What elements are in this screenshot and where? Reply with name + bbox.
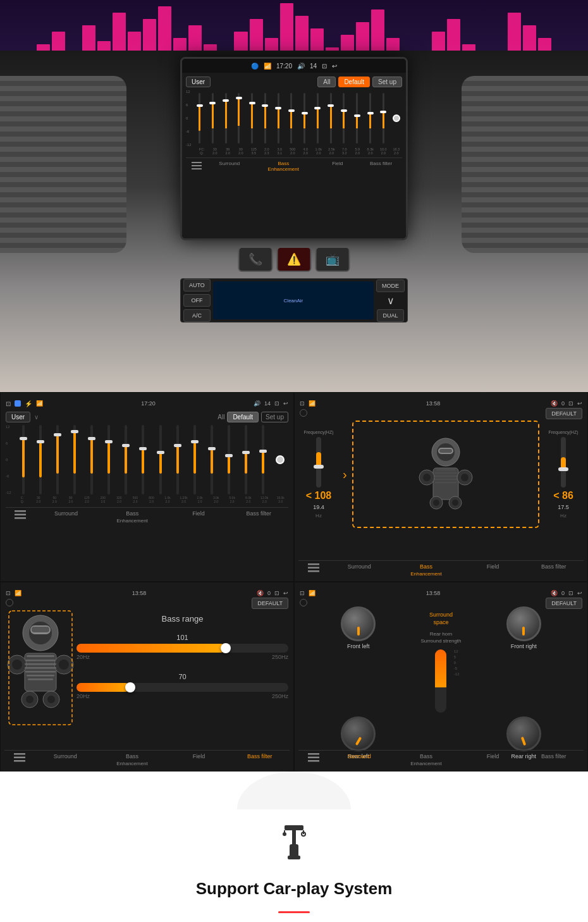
slider-col[interactable] [247, 90, 258, 147]
p4-tab-field[interactable]: Field [463, 753, 522, 767]
p3-tab-bass-filter-active[interactable]: Bass filter [230, 753, 290, 767]
p3-tab-surround[interactable]: Surround [35, 753, 95, 767]
tab-icon-hero[interactable] [186, 161, 207, 172]
tab-bass-enhancement-hero[interactable]: BassEnhancement [252, 161, 315, 172]
p2-btn-default[interactable]: DEFAULT [546, 408, 582, 419]
p3-dot-indicator [6, 599, 13, 606]
slider-col[interactable] [365, 90, 376, 147]
slider[interactable] [221, 425, 237, 495]
slider-col[interactable] [286, 90, 297, 147]
p2-tab-bass-active[interactable]: BassEnhancement [390, 563, 462, 577]
p4-tab-surround-active[interactable]: Surround [329, 753, 389, 767]
slider[interactable] [49, 425, 65, 495]
slider[interactable] [66, 425, 82, 495]
p4-front-right: Front right [465, 606, 582, 649]
slider[interactable] [84, 425, 100, 495]
p1-tab-field[interactable]: Field [169, 510, 228, 524]
knob-front-right[interactable] [506, 606, 541, 641]
slider-col[interactable] [352, 90, 363, 147]
p4-btn-default[interactable]: DEFAULT [546, 598, 582, 609]
slider[interactable] [152, 425, 168, 495]
p3-row1-handle[interactable] [221, 643, 231, 653]
p2-freq-val-right: < 86 [553, 490, 573, 501]
slider[interactable] [204, 425, 219, 495]
btn-off[interactable]: OFF [183, 294, 211, 307]
p2-eq-icon[interactable] [298, 563, 328, 577]
p3-tab-bass[interactable]: BassEnhancement [96, 753, 168, 767]
p4-tab-bass-filter[interactable]: Bass filter [524, 753, 584, 767]
slider-col[interactable] [194, 90, 205, 147]
p1-tab-surround[interactable]: Surround [37, 510, 95, 524]
slider-col[interactable] [273, 90, 284, 147]
p3-row2-handle[interactable] [125, 682, 135, 692]
slider[interactable] [255, 425, 271, 495]
slider-col[interactable] [220, 90, 231, 147]
media-button[interactable]: 📺 [315, 247, 350, 272]
p3-window2: ⊡ [274, 590, 279, 596]
p1-eq-icon[interactable] [6, 510, 35, 524]
slider[interactable] [238, 425, 254, 495]
p1-btn-default[interactable]: Default [227, 412, 259, 422]
p2-tab-field[interactable]: Field [463, 563, 522, 577]
btn-auto[interactable]: AUTO [183, 279, 211, 292]
p3-row1-bar[interactable] [77, 644, 288, 653]
battery-hero: 14 [310, 63, 317, 70]
phone-button[interactable]: 📞 [238, 247, 273, 272]
tab-bass-filter-hero[interactable]: Bass filter [360, 161, 402, 172]
p2-freq-slider-right[interactable] [561, 437, 566, 488]
svg-point-12 [461, 474, 469, 481]
btn-mode[interactable]: MODE [376, 280, 405, 292]
p3-tab-field[interactable]: Field [169, 753, 228, 767]
p1-tab-bass[interactable]: BassEnhancement [97, 510, 168, 524]
slider[interactable] [169, 425, 185, 495]
slider-col[interactable] [338, 90, 350, 147]
p3-speaker-viz [6, 608, 75, 734]
p2-tab-surround[interactable]: Surround [329, 563, 389, 577]
tab-field-hero[interactable]: Field [316, 161, 358, 172]
slider-col[interactable] [260, 90, 271, 147]
slider-col[interactable] [377, 90, 389, 147]
btn-all-hero[interactable]: All [317, 77, 336, 87]
p4-eq-icon[interactable] [298, 753, 328, 767]
slider-col[interactable] [207, 90, 218, 147]
slider-col[interactable] [299, 90, 310, 147]
vent-right [462, 76, 588, 253]
svg-rect-51 [308, 753, 319, 755]
p2-tab-bass-filter[interactable]: Bass filter [524, 563, 584, 577]
p3-btn-default[interactable]: DEFAULT [252, 598, 288, 609]
p1-user-select[interactable]: User [6, 412, 30, 422]
tab-surround-hero[interactable]: Surround [208, 161, 250, 172]
p4-tab-bass[interactable]: BassEnhancement [390, 753, 462, 767]
slider-col-last[interactable] [391, 90, 402, 147]
p1-btn-setup[interactable]: Set up [261, 412, 288, 422]
slider[interactable] [118, 425, 134, 495]
slider-col[interactable] [233, 90, 245, 147]
btn-dual[interactable]: DUAL [377, 309, 403, 322]
svg-rect-1 [192, 165, 202, 166]
p1-tab-bass-filter[interactable]: Bass filter [230, 510, 288, 524]
slider[interactable] [101, 425, 117, 495]
slider-col[interactable] [312, 90, 324, 147]
p3-eq-icon[interactable] [4, 753, 34, 767]
p2-arrow: › [343, 467, 347, 482]
slider[interactable] [32, 425, 48, 495]
slider[interactable] [135, 425, 151, 495]
p1-btn-all[interactable]: All [217, 412, 224, 422]
slider[interactable] [15, 425, 31, 495]
btn-default-hero[interactable]: Default [338, 77, 370, 87]
user-select-hero[interactable]: User [186, 77, 211, 87]
p3-row2-bar[interactable] [77, 683, 288, 692]
btn-setup-hero[interactable]: Set up [372, 77, 402, 87]
knob-rear-right[interactable] [506, 716, 541, 751]
panel-eq: ⊡ ⚡ 📶 17:20 🔊 14 ⊡ ↩ User ∨ All Default … [0, 392, 294, 582]
slider-circle[interactable] [273, 425, 288, 495]
p3-row1-val: 101 [77, 634, 288, 641]
p2-freq-slider-left[interactable] [316, 437, 321, 488]
warning-button[interactable]: ⚠️ [277, 247, 312, 272]
slider[interactable] [187, 425, 202, 495]
btn-ac[interactable]: A/C [183, 309, 211, 322]
p4-strength-slider[interactable]: 1250-5-12 [435, 649, 446, 713]
knob-rear-left[interactable] [341, 716, 376, 751]
slider-col[interactable] [325, 90, 336, 147]
knob-front-left[interactable] [341, 606, 376, 641]
